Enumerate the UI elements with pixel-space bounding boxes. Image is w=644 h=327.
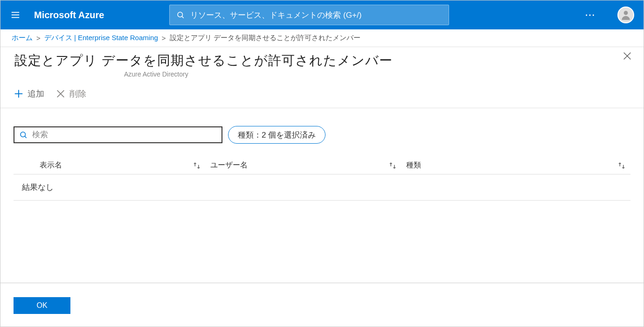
ok-button[interactable]: OK: [14, 297, 70, 314]
close-icon: [622, 51, 632, 61]
breadcrumb-current: 設定とアプリ データを同期させることが許可されたメンバー: [170, 34, 360, 42]
breadcrumb-home[interactable]: ホーム: [12, 34, 33, 42]
sort-icon[interactable]: [388, 161, 397, 170]
delete-button[interactable]: 削除: [53, 86, 89, 101]
brand-logo[interactable]: Microsoft Azure: [34, 10, 104, 21]
delete-x-icon: [55, 89, 66, 99]
column-display-name[interactable]: 表示名: [40, 160, 62, 170]
svg-point-12: [21, 132, 26, 137]
column-type[interactable]: 種類: [406, 160, 421, 170]
delete-button-label: 削除: [69, 88, 86, 99]
person-icon: [620, 9, 632, 21]
breadcrumb-devices[interactable]: デバイス | Enterprise State Roaming: [44, 34, 158, 42]
user-avatar[interactable]: [617, 7, 634, 23]
command-bar: 追加 削除: [0, 83, 644, 108]
page-title: 設定とアプリ データを同期させることが許可されたメンバー: [14, 52, 393, 70]
plus-icon: [14, 89, 24, 99]
footer: OK: [0, 283, 644, 327]
svg-point-3: [178, 12, 183, 17]
close-button[interactable]: [622, 51, 635, 64]
filter-row: 種類：2 個を選択済み: [14, 126, 630, 144]
global-search[interactable]: リソース、サービス、ドキュメントの検索 (G+/): [169, 5, 449, 25]
members-search-input[interactable]: [32, 130, 217, 139]
top-header: Microsoft Azure リソース、サービス、ドキュメントの検索 (G+/…: [0, 0, 644, 29]
sort-icon[interactable]: [193, 161, 201, 170]
breadcrumb: ホーム > デバイス | Enterprise State Roaming > …: [0, 29, 644, 47]
breadcrumb-separator: >: [36, 34, 41, 42]
search-icon: [176, 11, 185, 19]
no-results-row: 結果なし: [14, 174, 630, 201]
type-filter-pill[interactable]: 種類：2 個を選択済み: [228, 126, 325, 144]
add-button[interactable]: 追加: [11, 86, 47, 101]
global-search-placeholder: リソース、サービス、ドキュメントの検索 (G+/): [190, 10, 361, 21]
members-search[interactable]: [14, 126, 222, 143]
table-header: 表示名 ユーザー名 種類: [14, 157, 630, 174]
hamburger-menu[interactable]: [6, 6, 25, 24]
search-icon: [19, 131, 28, 139]
svg-line-13: [25, 136, 26, 138]
page-subtitle: Azure Active Directory: [0, 70, 644, 83]
svg-point-5: [624, 11, 628, 15]
add-button-label: 追加: [28, 88, 44, 99]
sort-icon[interactable]: [617, 161, 626, 170]
more-menu-button[interactable]: ⋯: [580, 6, 601, 24]
column-user-name[interactable]: ユーザー名: [210, 160, 248, 170]
svg-line-4: [182, 16, 184, 18]
breadcrumb-separator: >: [162, 34, 166, 42]
